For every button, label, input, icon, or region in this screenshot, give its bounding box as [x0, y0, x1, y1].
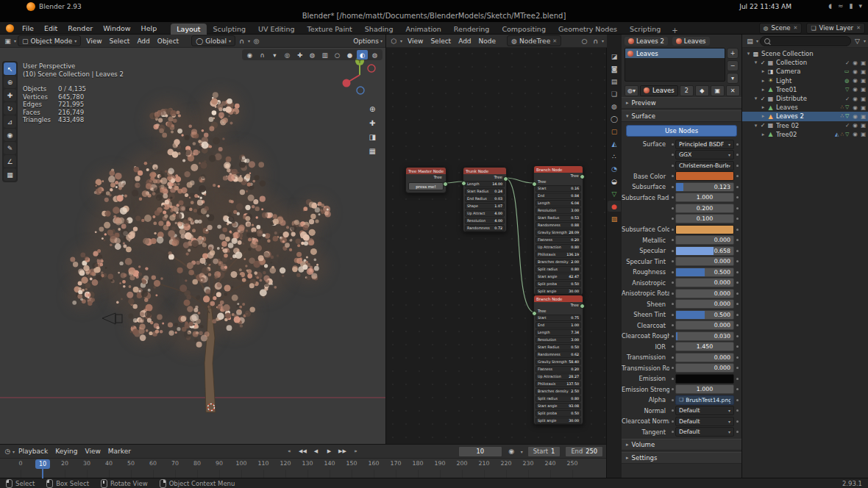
- node-param-up-attraction[interactable]: Up Attraction0.80: [536, 244, 581, 251]
- roughness-field[interactable]: 0.500: [675, 268, 734, 277]
- snap-magnet-button[interactable]: ∩: [257, 50, 268, 60]
- decorator-dot[interactable]: [669, 239, 675, 241]
- decorator-dot[interactable]: [669, 281, 675, 284]
- remove-slot-button[interactable]: −: [727, 60, 739, 71]
- disclosure-icon[interactable]: ▸: [760, 78, 766, 84]
- snap-magnet-icon[interactable]: ∩: [237, 37, 246, 45]
- animate-decorator[interactable]: [734, 367, 740, 369]
- decorator-dot[interactable]: [669, 431, 675, 433]
- workspace-tab-texture-paint[interactable]: Texture Paint: [302, 24, 358, 35]
- transform-orientation-dropdown[interactable]: ◯ Global ▾: [191, 35, 235, 46]
- properties-editor[interactable]: Leaves 2 Leaves Leaves +−▾ ◍▾ Leaves 2: [622, 35, 741, 478]
- new-material-button[interactable]: ▣: [711, 85, 725, 96]
- particles-tab[interactable]: ∴: [608, 151, 621, 162]
- decorator-dot[interactable]: [669, 260, 675, 262]
- unlink-scene-icon[interactable]: ✕: [794, 25, 798, 31]
- tree-master-node[interactable]: Tree Master Node Tree press me!: [405, 167, 447, 193]
- decorator-dot[interactable]: [669, 207, 675, 209]
- timeline-ruler[interactable]: 0102030405060708090100110120130140150160…: [0, 459, 606, 478]
- editor-type-caret[interactable]: ▾: [756, 38, 758, 43]
- hide-eye-icon[interactable]: ◉: [853, 104, 858, 111]
- clearcoat-normal-field[interactable]: Default▾: [675, 417, 734, 426]
- field-1-field[interactable]: GGX▾: [675, 150, 734, 159]
- decorator-dot[interactable]: [669, 314, 675, 316]
- keying-caret[interactable]: ▾: [521, 449, 523, 454]
- editor-type-caret[interactable]: ▾: [400, 38, 402, 43]
- material-name-field[interactable]: Leaves: [640, 85, 678, 96]
- pan-icon[interactable]: ✚: [369, 119, 376, 127]
- show-overlays-button[interactable]: ◍: [307, 50, 318, 60]
- branch-node-1[interactable]: Branch Node Tree Tree Start0.16End0.84Le…: [533, 165, 583, 295]
- options-dropdown[interactable]: Options ▾: [353, 37, 383, 45]
- add-slot-button[interactable]: +: [727, 48, 739, 59]
- animate-decorator[interactable]: [734, 186, 740, 188]
- exclude-checkbox[interactable]: ✓: [845, 60, 850, 66]
- unlink-node-tree-icon[interactable]: ✕: [552, 38, 557, 44]
- exclude-checkbox[interactable]: ✓: [845, 96, 850, 102]
- frame-start-field[interactable]: Start 1: [527, 446, 561, 457]
- disclosure-icon[interactable]: ▾: [753, 96, 759, 101]
- alpha-field[interactable]: ❏BrushTest14.png: [675, 395, 734, 405]
- timeline[interactable]: ◷ ▾ PlaybackKeyingViewMarker «◀◀◀▶▶▶» 10…: [0, 444, 606, 478]
- decorator-dot[interactable]: [669, 388, 675, 390]
- view-layer-name[interactable]: View Layer: [819, 24, 854, 32]
- outliner-row-tree02[interactable]: ▸▲Tree02◭∴▽◉▣: [742, 130, 868, 139]
- node-param-end[interactable]: End0.84: [536, 193, 581, 199]
- material-slot-list[interactable]: Leaves: [625, 48, 725, 82]
- outliner-row-light[interactable]: ▸☀Light◍◉▣: [742, 76, 868, 85]
- node-param-length[interactable]: Length6.04: [536, 200, 581, 207]
- node-param-up-attract[interactable]: Up Attract4.00: [465, 210, 505, 217]
- timeline-menu-keying[interactable]: Keying: [51, 448, 81, 455]
- animate-decorator[interactable]: [734, 281, 740, 284]
- scene-name[interactable]: Scene: [772, 24, 791, 32]
- disclosure-icon[interactable]: ▾: [753, 60, 759, 65]
- annotate-tool[interactable]: ✎: [4, 142, 16, 154]
- hide-eye-icon[interactable]: ◉: [853, 122, 858, 129]
- scale-tool[interactable]: ⊿: [4, 115, 16, 128]
- node-param-flatness[interactable]: Flatness0.20: [536, 237, 581, 243]
- node-title[interactable]: Branch Node: [534, 166, 583, 173]
- output-socket[interactable]: [443, 182, 448, 187]
- collection-checkbox[interactable]: ✓: [759, 60, 766, 66]
- transform-tool[interactable]: ◉: [4, 129, 16, 141]
- node-param-start-radius[interactable]: Start Radius0.24: [465, 188, 505, 195]
- browse-material-button[interactable]: ◍▾: [625, 85, 638, 96]
- normal-field[interactable]: Default▾: [675, 406, 734, 415]
- animate-decorator[interactable]: [734, 345, 740, 348]
- filter-caret[interactable]: ▾: [864, 38, 866, 43]
- menu-edit[interactable]: Edit: [39, 24, 63, 32]
- node-param-split-angle[interactable]: Split angle30.00: [536, 288, 581, 295]
- preview-panel-header[interactable]: ▸ Preview: [622, 97, 741, 109]
- node-param-randomness[interactable]: Randomness0.72: [465, 225, 505, 232]
- editor-type-icon[interactable]: ⬡: [389, 37, 399, 45]
- tangent-field[interactable]: Default▾: [675, 427, 734, 437]
- decorator-dot[interactable]: [669, 250, 675, 252]
- menu-help[interactable]: Help: [136, 24, 163, 32]
- proportional-editing-icon[interactable]: ◎: [252, 37, 261, 45]
- specular-field[interactable]: 0.658: [675, 246, 734, 256]
- outliner-row-tree-02[interactable]: ▾✓▦Tree 02✓◉▣: [742, 121, 868, 130]
- outliner[interactable]: ▤ ▾ ▽ ▾ ▾▩Scene Collection▾✓▦Collection✓…: [741, 35, 868, 478]
- pin-icon[interactable]: ○: [580, 37, 589, 45]
- 3d-viewport[interactable]: ▣ ▾ ▢ Object Mode ▾ ViewSelectAddObject …: [0, 35, 385, 444]
- viewport-menu-view[interactable]: View: [82, 37, 105, 45]
- animate-decorator[interactable]: [734, 175, 740, 177]
- sheen-tint-field[interactable]: 0.500: [675, 310, 734, 320]
- node-param-phillotaxis[interactable]: Phillotaxis136.19: [536, 251, 581, 258]
- outliner-row-collection[interactable]: ▾✓▦Collection✓◉▣: [742, 58, 868, 67]
- ior-field[interactable]: 1.450: [675, 342, 734, 351]
- node-param-split-angle[interactable]: Split angle30.00: [536, 417, 581, 424]
- surface-field[interactable]: Principled BSDF▾: [675, 140, 734, 149]
- add-cube-tool[interactable]: ▦: [4, 168, 16, 181]
- surface-panel-header[interactable]: ▾ Surface: [622, 110, 741, 122]
- node-param-split-radius[interactable]: Split radius0.80: [536, 395, 581, 402]
- disable-render-camera-icon[interactable]: ▣: [861, 104, 866, 111]
- editor-type-icon[interactable]: ▤: [745, 37, 755, 45]
- workspace-tab-compositing[interactable]: Compositing: [496, 24, 552, 35]
- add-workspace-button[interactable]: +: [667, 26, 682, 35]
- disclosure-icon[interactable]: ▸: [760, 68, 766, 74]
- disable-render-camera-icon[interactable]: ▣: [861, 86, 866, 93]
- node-param-up-attraction[interactable]: Up Attraction28.27: [536, 373, 581, 380]
- view-layer-selector[interactable]: ❏ View Layer ✕: [806, 23, 865, 34]
- decorator-dot[interactable]: [669, 229, 675, 231]
